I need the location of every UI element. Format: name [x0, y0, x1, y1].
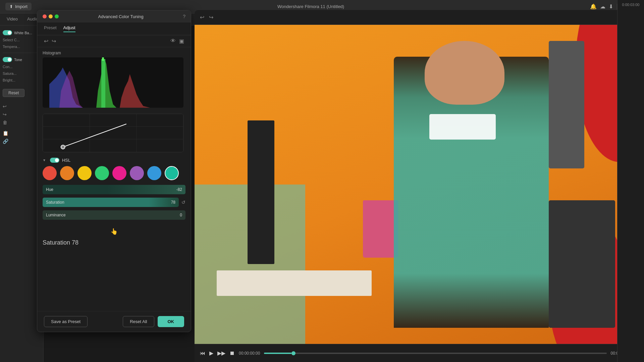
save-preset-button[interactable]: Save as Preset [44, 316, 88, 327]
color-blue[interactable] [147, 166, 161, 180]
fullscreen-button[interactable] [55, 14, 59, 18]
tab-video[interactable]: Video [7, 16, 18, 22]
play-next-button[interactable]: ▶▶ [217, 350, 225, 356]
current-time: 00:00:00:00 [239, 351, 260, 356]
hsl-header: ▼ HSL [43, 158, 185, 163]
color-magenta[interactable] [112, 166, 126, 180]
white-balance-label: White Ba... [14, 31, 32, 35]
tone-toggle[interactable] [3, 57, 12, 62]
preview-panel: ↩ ↪ 👁 ▣ [195, 10, 637, 362]
luminance-value: 0 [180, 213, 182, 217]
tab-adjust[interactable]: Adjust [63, 25, 75, 32]
cursor-icon: 👆 [110, 228, 118, 235]
dialog-footer: Save as Preset Reset All OK [37, 311, 191, 332]
luminance-slider[interactable]: Luminance 0 [43, 210, 185, 220]
histogram-chart [43, 57, 183, 108]
histogram-label: Histogram [43, 51, 185, 55]
histogram-section: Histogram [37, 47, 191, 111]
delete-icon[interactable]: 🗑 [3, 120, 41, 125]
import-icon: ⬆ [9, 4, 13, 9]
color-cyan[interactable] [165, 166, 179, 180]
undo-icon[interactable]: ↩ [44, 38, 48, 44]
hsl-title: HSL [62, 158, 70, 163]
timeline-time: 0:00:03:00 [618, 0, 644, 9]
dialog-tabs: Preset Adjust [37, 22, 191, 35]
import-label: Import [15, 4, 28, 9]
eye-icon[interactable]: 👁 [170, 38, 176, 44]
timeline-dot[interactable] [291, 351, 296, 355]
link-icon[interactable]: 🔗 [3, 139, 41, 144]
cursor-indicator: 👆 [37, 226, 191, 237]
playback-bar: ⏮ ▶ ▶▶ ⏹ 00:00:00:00 00:00:07:00 [195, 344, 637, 362]
minimize-button[interactable] [49, 14, 53, 18]
preview-toolbar: ↩ ↪ 👁 ▣ [195, 10, 637, 25]
hsl-collapse-arrow[interactable]: ▼ [43, 158, 46, 162]
hue-slider[interactable]: Hue -82 [43, 185, 185, 194]
notification-icon[interactable]: 🔔 [590, 3, 597, 10]
undo-icon[interactable]: ↩ [3, 104, 41, 109]
color-red[interactable] [43, 166, 57, 180]
play-button[interactable]: ▶ [209, 350, 213, 356]
traffic-lights [43, 14, 59, 18]
close-button[interactable] [43, 14, 47, 18]
timeline-track[interactable] [264, 353, 606, 354]
svg-rect-2 [102, 57, 104, 61]
right-strip: 0:00:03:00 [617, 0, 644, 362]
white-balance-item: White Ba... [3, 29, 41, 37]
main-layout: White Ba... Select C... Tempera... Tone … [0, 25, 644, 362]
redo-preview-icon[interactable]: ↪ [209, 14, 213, 20]
svg-rect-1 [101, 59, 105, 108]
saturation-value: 78 [171, 200, 175, 205]
hsl-section: ▼ HSL Hue -82 [37, 155, 191, 226]
contrast-label: Con... [3, 63, 41, 70]
color-circles [43, 166, 185, 180]
tone-curve-section [37, 111, 191, 155]
timeline-fill [264, 353, 291, 354]
app-title: Wondershare Filmora 11 (Untitled) [36, 4, 586, 9]
tone-item: Tone [3, 56, 41, 63]
luminance-label: Luminance [46, 213, 66, 217]
cloud-icon[interactable]: ☁ [600, 3, 605, 10]
saturation-slider[interactable]: Saturation 78 [43, 198, 179, 207]
white-balance-toggle[interactable] [3, 30, 12, 35]
saturation-label: Saturation [46, 200, 64, 205]
preview-tools-left: ↩ ↪ [200, 14, 213, 20]
saturation-display-label: Saturation 78 [37, 237, 191, 248]
prev-frame-button[interactable]: ⏮ [200, 350, 205, 356]
dialog-inner-toolbar: ↩ ↪ 👁 ▣ [37, 35, 191, 47]
temperature-label: Tempera... [3, 43, 41, 50]
select-label: Select C... [3, 37, 41, 43]
tab-preset[interactable]: Preset [44, 25, 57, 32]
hsl-toggle[interactable] [50, 158, 59, 163]
download-icon[interactable]: ⬇ [609, 3, 613, 10]
dialog-titlebar: Advanced Color Tuning ? [37, 10, 191, 22]
ok-button[interactable]: OK [158, 316, 184, 327]
color-orange[interactable] [60, 166, 74, 180]
undo-preview-icon[interactable]: ↩ [200, 14, 204, 20]
tone-curve-box[interactable] [43, 114, 183, 152]
toolbar-left: ↩ ↪ [44, 38, 56, 44]
color-yellow[interactable] [77, 166, 92, 180]
help-icon[interactable]: ? [183, 14, 185, 19]
redo-icon[interactable]: ↪ [3, 112, 41, 117]
saturation-reset-icon[interactable]: ↺ [181, 200, 185, 205]
advanced-color-dialog: Advanced Color Tuning ? Preset Adjust ↩ … [37, 10, 191, 332]
tone-label: Tone [14, 58, 22, 62]
video-scene [195, 25, 637, 344]
luminance-slider-row: Luminance 0 [43, 210, 185, 220]
hue-value: -82 [176, 187, 182, 192]
reset-button[interactable]: Reset [3, 89, 24, 97]
compare-icon[interactable]: ▣ [179, 38, 184, 44]
video-frame [195, 25, 637, 344]
import-button[interactable]: ⬆ Import [5, 3, 32, 10]
reset-all-button[interactable]: Reset All [123, 316, 154, 327]
color-green[interactable] [95, 166, 109, 180]
stop-button[interactable]: ⏹ [229, 350, 235, 356]
dialog-title: Advanced Color Tuning [61, 14, 180, 19]
color-purple[interactable] [130, 166, 144, 180]
hue-slider-row: Hue -82 [43, 185, 185, 194]
redo-icon[interactable]: ↪ [52, 38, 56, 44]
add-icon[interactable]: 📋 [3, 131, 41, 136]
tone-curve-chart [43, 114, 183, 152]
toolbar-right: 👁 ▣ [170, 38, 184, 44]
